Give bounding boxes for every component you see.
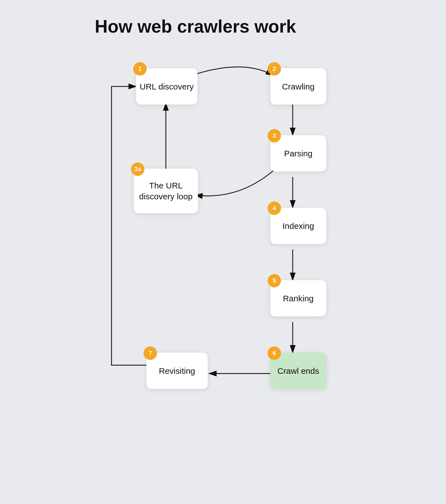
node-indexing: 4 Indexing <box>270 208 326 244</box>
node-revisiting: 7 Revisiting <box>146 353 208 389</box>
page-title: How web crawlers work <box>95 17 351 36</box>
arrow-3-to-3a <box>195 164 280 196</box>
badge-3a: 3a <box>131 163 144 176</box>
badge-6: 6 <box>268 346 281 360</box>
node-crawl-ends: 6 Crawl ends <box>270 353 326 389</box>
badge-4: 4 <box>268 202 281 215</box>
node-crawling: 2 Crawling <box>270 68 326 105</box>
badge-1: 1 <box>133 62 147 76</box>
arrows-svg <box>95 53 351 485</box>
badge-5: 5 <box>268 274 281 287</box>
badge-7: 7 <box>144 346 157 360</box>
page: How web crawlers work <box>78 0 368 504</box>
badge-3: 3 <box>268 129 281 142</box>
node-url-discovery: 1 URL discovery <box>136 68 197 105</box>
diagram: 1 URL discovery 2 Crawling 3a The URL di… <box>95 53 351 485</box>
badge-2: 2 <box>268 62 281 76</box>
arrow-1-to-2 <box>192 67 273 75</box>
node-ranking: 5 Ranking <box>270 280 326 316</box>
node-parsing: 3 Parsing <box>270 135 326 171</box>
arrow-7-to-1 <box>112 86 146 365</box>
node-url-discovery-loop: 3a The URL discovery loop <box>134 169 198 213</box>
